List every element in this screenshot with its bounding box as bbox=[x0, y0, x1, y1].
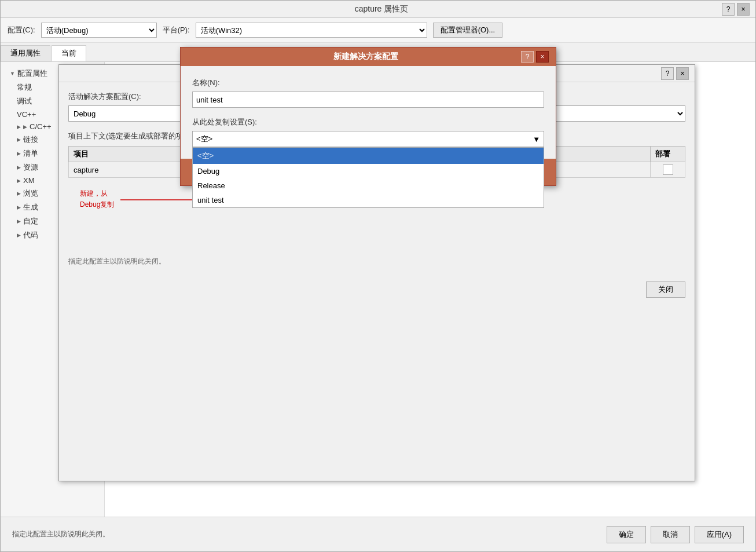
platform-label: 平台(P): bbox=[163, 25, 190, 35]
tab-current[interactable]: 当前 bbox=[52, 45, 86, 61]
bottom-note: 指定此配置主以防说明此关闭。 bbox=[12, 529, 109, 539]
window-title: capture 属性页 bbox=[41, 4, 722, 14]
config-label: 配置(C): bbox=[8, 25, 35, 35]
close-button[interactable]: × bbox=[737, 3, 750, 16]
help-button[interactable]: ? bbox=[722, 3, 735, 16]
config-select[interactable]: 活动(Debug) bbox=[41, 23, 157, 38]
bottom-buttons: 确定 取消 应用(A) bbox=[607, 526, 744, 543]
config-manager-help-btn[interactable]: ? bbox=[661, 67, 674, 80]
apply-button[interactable]: 应用(A) bbox=[695, 526, 744, 543]
nc-name-input[interactable] bbox=[192, 92, 544, 108]
config-row: 配置(C): 活动(Debug) 平台(P): 活动(Win32) 配置管理器(… bbox=[1, 18, 755, 43]
nc-name-label: 名称(N): bbox=[192, 78, 544, 88]
nc-option-debug[interactable]: Debug bbox=[193, 164, 544, 178]
new-config-title-bar: 新建解决方案配置 ? × bbox=[181, 47, 556, 66]
title-bar-controls: ? × bbox=[722, 3, 750, 16]
tab-general[interactable]: 通用属性 bbox=[1, 45, 50, 61]
nc-dropdown-container: <空> ▼ <空> Debug Release unit test bbox=[192, 131, 544, 147]
config-manager-footer: 关闭 bbox=[59, 276, 695, 304]
new-config-dialog: 新建解决方案配置 ? × 名称(N): 从此处复制设置(S): <空> ▼ <空… bbox=[180, 47, 556, 186]
config-manager-button[interactable]: 配置管理器(O)... bbox=[433, 23, 503, 38]
title-bar: capture 属性页 ? × bbox=[1, 1, 755, 18]
nc-option-unittest[interactable]: unit test bbox=[193, 193, 544, 207]
new-config-close-btn[interactable]: × bbox=[536, 51, 549, 63]
cancel-button[interactable]: 取消 bbox=[651, 526, 690, 543]
col-deploy: 部署 bbox=[651, 147, 685, 162]
new-config-title: 新建解决方案配置 bbox=[211, 52, 521, 62]
bottom-bar: 指定此配置主以防说明此关闭。 确定 取消 应用(A) bbox=[1, 517, 755, 551]
outer-window: capture 属性页 ? × 配置(C): 活动(Debug) 平台(P): … bbox=[0, 0, 756, 552]
config-manager-close-btn[interactable]: × bbox=[676, 67, 689, 80]
ok-button[interactable]: 确定 bbox=[607, 526, 646, 543]
platform-select[interactable]: 活动(Win32) bbox=[196, 23, 427, 38]
project-deploy bbox=[651, 162, 685, 178]
table-note: 指定此配置主以防说明此关闭。 bbox=[68, 257, 685, 266]
nc-dropdown-list: <空> Debug Release unit test bbox=[192, 147, 544, 208]
new-config-title-btns: ? × bbox=[521, 51, 549, 63]
config-manager-title-btns: ? × bbox=[661, 67, 689, 80]
new-config-body: 名称(N): 从此处复制设置(S): <空> ▼ <空> Debug Relea… bbox=[181, 66, 556, 159]
nc-select-value: <空> bbox=[196, 134, 212, 144]
nc-copy-label: 从此处复制设置(S): bbox=[192, 117, 544, 127]
nc-option-release[interactable]: Release bbox=[193, 178, 544, 193]
dropdown-chevron-icon: ▼ bbox=[533, 135, 540, 144]
config-manager-close-footer-btn[interactable]: 关闭 bbox=[646, 282, 685, 298]
new-config-help-btn[interactable]: ? bbox=[521, 51, 534, 63]
nc-option-empty[interactable]: <空> bbox=[193, 148, 544, 164]
nc-select-display[interactable]: <空> ▼ bbox=[192, 131, 544, 147]
